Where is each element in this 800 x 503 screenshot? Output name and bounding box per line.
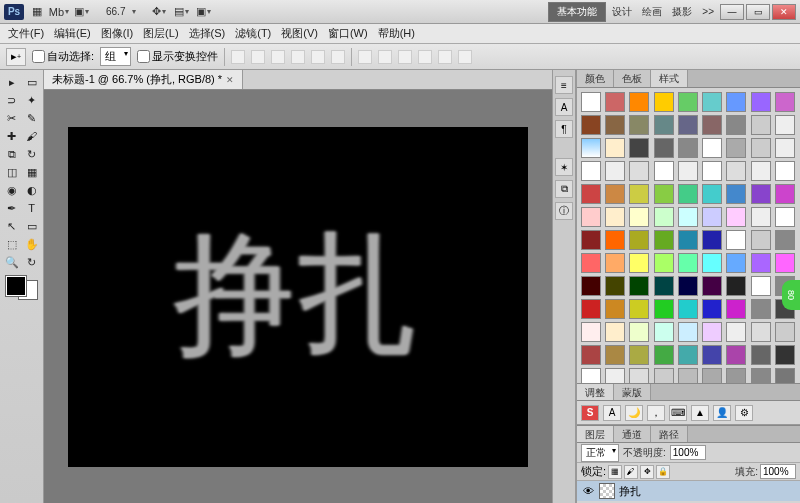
style-preset[interactable] xyxy=(678,92,698,112)
style-preset[interactable] xyxy=(605,184,625,204)
minimize-button[interactable]: — xyxy=(720,4,744,20)
style-preset[interactable] xyxy=(702,322,722,342)
rotate-tool[interactable]: ↻ xyxy=(23,254,41,270)
path-tool[interactable]: ↖ xyxy=(3,218,21,234)
style-preset[interactable] xyxy=(654,115,674,135)
layer-thumbnail[interactable] xyxy=(599,483,615,499)
style-preset[interactable] xyxy=(678,368,698,383)
align-icon[interactable] xyxy=(271,50,285,64)
screen-mode-icon[interactable]: ▣▾ xyxy=(194,4,212,20)
style-preset[interactable] xyxy=(629,184,649,204)
view-extras-icon[interactable]: ▣▾ xyxy=(72,4,90,20)
style-preset[interactable] xyxy=(702,184,722,204)
style-preset[interactable] xyxy=(629,230,649,250)
crop-tool[interactable]: ✂ xyxy=(3,110,21,126)
tab-paths[interactable]: 路径 xyxy=(651,426,688,442)
style-preset[interactable] xyxy=(678,184,698,204)
show-transform-check[interactable]: 显示变换控件 xyxy=(137,49,218,64)
style-preset[interactable] xyxy=(581,138,601,158)
style-preset[interactable] xyxy=(702,138,722,158)
style-preset[interactable] xyxy=(726,138,746,158)
menu-layer[interactable]: 图层(L) xyxy=(139,24,182,43)
style-preset[interactable] xyxy=(654,345,674,365)
style-preset[interactable] xyxy=(726,299,746,319)
tab-swatches[interactable]: 色板 xyxy=(614,70,651,87)
style-preset[interactable] xyxy=(629,138,649,158)
3d-tool[interactable]: ⬚ xyxy=(3,236,21,252)
hand-tool[interactable]: ✋ xyxy=(23,236,41,252)
style-preset[interactable] xyxy=(726,161,746,181)
style-preset[interactable] xyxy=(581,184,601,204)
style-preset[interactable] xyxy=(605,253,625,273)
style-preset[interactable] xyxy=(605,161,625,181)
auto-select-check[interactable]: 自动选择: xyxy=(32,49,94,64)
zoom-percent[interactable]: 66.7 xyxy=(106,6,125,17)
tab-color[interactable]: 颜色 xyxy=(577,70,614,87)
tab-channels[interactable]: 通道 xyxy=(614,426,651,442)
style-preset[interactable] xyxy=(702,368,722,383)
style-preset[interactable] xyxy=(654,276,674,296)
ime-s-icon[interactable]: S xyxy=(581,405,599,421)
style-preset[interactable] xyxy=(751,345,771,365)
align-icon[interactable] xyxy=(251,50,265,64)
eraser-tool[interactable]: ◫ xyxy=(3,164,21,180)
style-preset[interactable] xyxy=(605,368,625,383)
move-tool[interactable]: ▸ xyxy=(3,74,21,90)
style-preset[interactable] xyxy=(581,115,601,135)
ime-comma-icon[interactable]: ， xyxy=(647,405,665,421)
style-preset[interactable] xyxy=(678,138,698,158)
tab-masks[interactable]: 蒙版 xyxy=(614,384,651,400)
style-preset[interactable] xyxy=(751,230,771,250)
style-preset[interactable] xyxy=(654,184,674,204)
menu-window[interactable]: 窗口(W) xyxy=(324,24,372,43)
style-preset[interactable] xyxy=(751,115,771,135)
style-preset[interactable] xyxy=(775,322,795,342)
close-button[interactable]: ✕ xyxy=(772,4,796,20)
ime-moon-icon[interactable]: 🌙 xyxy=(625,405,643,421)
ime-keyboard-icon[interactable]: ⌨ xyxy=(669,405,687,421)
workspace-more[interactable]: >> xyxy=(698,6,718,17)
distribute-icon[interactable] xyxy=(418,50,432,64)
style-preset[interactable] xyxy=(751,368,771,383)
menu-file[interactable]: 文件(F) xyxy=(4,24,48,43)
menu-select[interactable]: 选择(S) xyxy=(185,24,230,43)
style-preset[interactable] xyxy=(775,253,795,273)
workspace-essentials[interactable]: 基本功能 xyxy=(548,2,606,22)
minibridge-icon[interactable]: Mb▾ xyxy=(50,4,68,20)
align-icon[interactable] xyxy=(311,50,325,64)
style-preset[interactable] xyxy=(678,253,698,273)
style-preset[interactable] xyxy=(726,345,746,365)
style-preset[interactable] xyxy=(702,253,722,273)
layer-row[interactable]: 👁 挣扎 xyxy=(577,481,800,501)
style-preset[interactable] xyxy=(702,161,722,181)
zoom-tool[interactable]: 🔍 xyxy=(3,254,21,270)
tab-close-icon[interactable]: ✕ xyxy=(226,75,234,85)
style-preset[interactable] xyxy=(654,253,674,273)
style-preset[interactable] xyxy=(751,161,771,181)
distribute-icon[interactable] xyxy=(358,50,372,64)
align-icon[interactable] xyxy=(231,50,245,64)
style-preset[interactable] xyxy=(581,92,601,112)
menu-filter[interactable]: 滤镜(T) xyxy=(231,24,275,43)
auto-select-target[interactable]: 组 xyxy=(100,47,131,66)
style-preset[interactable] xyxy=(678,345,698,365)
blend-mode-select[interactable]: 正常 xyxy=(581,444,619,462)
style-preset[interactable] xyxy=(726,368,746,383)
distribute-icon[interactable] xyxy=(458,50,472,64)
style-preset[interactable] xyxy=(726,115,746,135)
tab-layers[interactable]: 图层 xyxy=(577,426,614,442)
visibility-icon[interactable]: 👁 xyxy=(581,484,595,498)
style-preset[interactable] xyxy=(726,184,746,204)
style-preset[interactable] xyxy=(581,161,601,181)
style-preset[interactable] xyxy=(629,299,649,319)
gradient-tool[interactable]: ▦ xyxy=(23,164,41,180)
style-preset[interactable] xyxy=(654,322,674,342)
style-preset[interactable] xyxy=(702,299,722,319)
ime-up-icon[interactable]: ▲ xyxy=(691,405,709,421)
style-preset[interactable] xyxy=(605,138,625,158)
style-preset[interactable] xyxy=(702,230,722,250)
style-preset[interactable] xyxy=(775,92,795,112)
style-preset[interactable] xyxy=(629,92,649,112)
clone-panel-icon[interactable]: ⧉ xyxy=(555,180,573,198)
style-preset[interactable] xyxy=(654,207,674,227)
